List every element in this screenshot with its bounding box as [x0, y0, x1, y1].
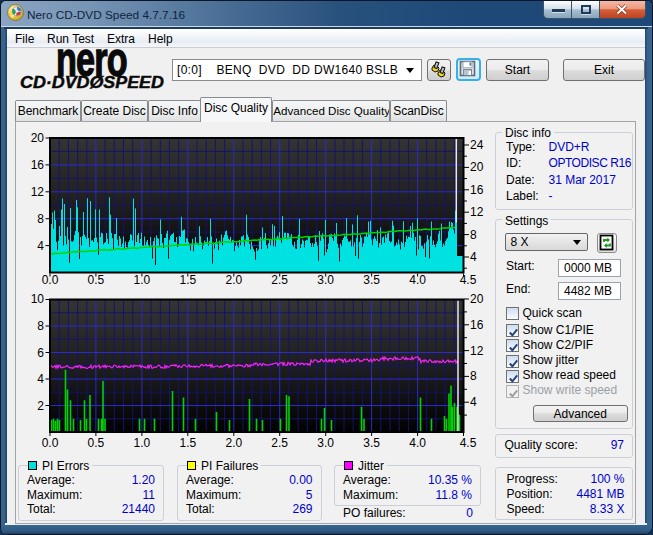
- svg-text:0.0: 0.0: [42, 436, 59, 450]
- svg-text:2.0: 2.0: [225, 436, 242, 450]
- svg-text:8: 8: [470, 228, 477, 242]
- svg-text:16: 16: [31, 158, 45, 172]
- svg-text:4.0: 4.0: [409, 273, 426, 287]
- svg-text:4: 4: [37, 372, 44, 386]
- svg-text:24: 24: [470, 138, 484, 152]
- svg-text:2.5: 2.5: [271, 273, 288, 287]
- svg-text:8: 8: [470, 369, 477, 383]
- svg-text:8: 8: [37, 212, 44, 226]
- svg-text:12: 12: [470, 344, 484, 358]
- svg-text:4: 4: [470, 395, 477, 409]
- svg-text:1.0: 1.0: [134, 273, 151, 287]
- svg-text:2.0: 2.0: [225, 273, 242, 287]
- svg-text:1.5: 1.5: [179, 273, 196, 287]
- svg-text:3.0: 3.0: [317, 273, 334, 287]
- svg-text:1.0: 1.0: [134, 436, 151, 450]
- svg-text:16: 16: [470, 318, 484, 332]
- svg-text:4: 4: [470, 250, 477, 264]
- svg-text:8: 8: [37, 319, 44, 333]
- svg-text:20: 20: [31, 131, 45, 145]
- svg-text:6: 6: [37, 346, 44, 360]
- svg-text:12: 12: [470, 205, 484, 219]
- svg-text:16: 16: [470, 183, 484, 197]
- svg-text:12: 12: [31, 185, 45, 199]
- svg-text:4.0: 4.0: [409, 436, 426, 450]
- svg-text:4.5: 4.5: [460, 436, 477, 450]
- svg-text:2.5: 2.5: [271, 436, 288, 450]
- svg-text:0.0: 0.0: [42, 273, 59, 287]
- svg-text:4.5: 4.5: [460, 273, 477, 287]
- svg-text:3.0: 3.0: [317, 436, 334, 450]
- svg-text:20: 20: [470, 292, 484, 306]
- svg-text:4: 4: [37, 239, 44, 253]
- svg-text:3.5: 3.5: [363, 436, 380, 450]
- svg-text:0.5: 0.5: [88, 273, 105, 287]
- svg-text:20: 20: [470, 160, 484, 174]
- svg-text:2: 2: [37, 399, 44, 413]
- svg-text:0.5: 0.5: [88, 436, 105, 450]
- svg-text:1.5: 1.5: [179, 436, 196, 450]
- svg-text:10: 10: [31, 292, 45, 306]
- svg-text:3.5: 3.5: [363, 273, 380, 287]
